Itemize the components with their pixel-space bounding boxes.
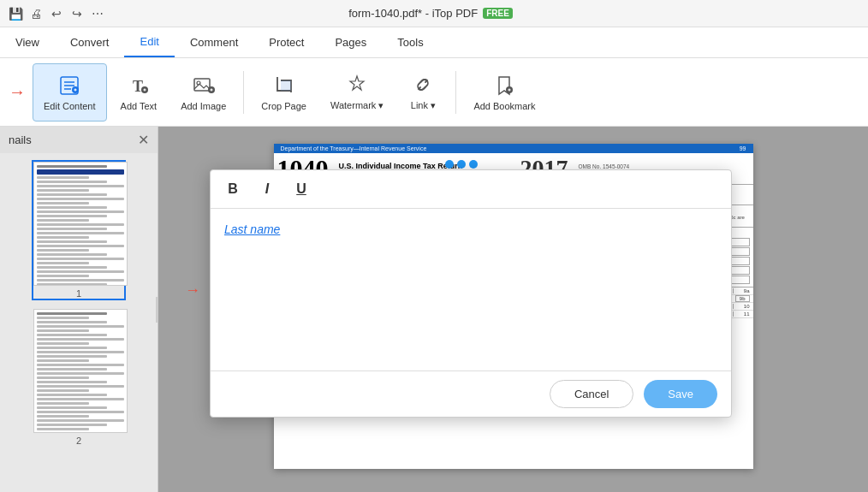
page-1-number: 1 [33,288,124,299]
link-button[interactable]: Link ▾ [397,63,449,122]
toolbar: → Edit Content T Add Text [0,58,868,127]
toolbar-arrow-indicator: → [9,82,26,102]
free-badge: FREE [483,8,513,19]
italic-button[interactable]: I [255,177,279,201]
menu-view[interactable]: View [0,27,55,57]
sidebar-close-button[interactable]: ✕ [138,132,149,148]
bookmark-icon [492,74,516,98]
handle-3[interactable] [469,160,478,169]
crop-icon [272,74,296,98]
add-image-label: Add Image [181,101,226,111]
add-bookmark-button[interactable]: Add Bookmark [463,63,545,122]
more-icon[interactable]: ⋯ [91,7,104,21]
link-label: Link ▾ [411,100,436,111]
text-editor-dialog: B I U → Last name Cancel Save [210,169,732,418]
save-button[interactable]: Save [644,380,717,408]
cancel-button[interactable]: Cancel [550,380,633,408]
underline-button[interactable]: U [289,177,313,201]
dialog-footer: Cancel Save [211,370,731,417]
add-text-button[interactable]: T Add Text [110,63,168,122]
print-icon[interactable]: 🖨 [29,7,43,21]
sidebar: nails ✕ [0,127,158,492]
svg-text:T: T [133,78,143,95]
sidebar-header: nails ✕ [0,127,158,153]
handle-2[interactable] [457,160,466,169]
pdf-view-area[interactable]: Department of the Treasury—Internal Reve… [158,127,868,492]
dialog-format-toolbar: B I U [211,170,731,209]
menu-bar: View Convert Edit Comment Protect Pages … [0,27,868,58]
crop-page-button[interactable]: Crop Page [251,63,317,122]
add-image-button[interactable]: Add Image [170,63,236,122]
handle-1[interactable] [445,160,454,169]
svg-marker-17 [350,76,364,90]
bold-button[interactable]: B [221,177,245,201]
svg-rect-11 [194,79,210,91]
menu-tools[interactable]: Tools [382,27,438,57]
add-text-label: Add Text [121,101,158,111]
dialog-red-arrow: → [185,281,200,299]
save-icon[interactable]: 💾 [9,7,22,21]
menu-comment[interactable]: Comment [175,27,253,57]
menu-convert[interactable]: Convert [55,27,125,57]
edit-content-label: Edit Content [44,101,96,111]
file-name: form-1040.pdf* - iTop PDF [348,7,478,20]
title-bar: 💾 🖨 ↩ ↪ ⋯ form-1040.pdf* - iTop PDF FREE [0,0,868,27]
menu-protect[interactable]: Protect [253,27,319,57]
pdf-omb: OMB No. 1545-0074 [579,163,750,169]
edit-content-icon [57,74,81,98]
pdf-top-banner: Department of the Treasury—Internal Reve… [274,144,753,153]
menu-pages[interactable]: Pages [319,27,382,57]
menu-edit[interactable]: Edit [124,27,174,57]
undo-icon[interactable]: ↩ [50,7,63,21]
pdf-year-badge: 99 [740,145,746,151]
watermark-button[interactable]: Watermark ▾ [320,63,394,122]
add-text-icon: T [127,74,151,98]
pdf-treasury-label: Department of the Treasury—Internal Reve… [281,145,427,151]
watermark-icon [345,73,369,97]
toolbar-sep-2 [455,71,456,114]
redo-icon[interactable]: ↪ [70,7,84,21]
link-icon [411,73,435,97]
add-bookmark-label: Add Bookmark [473,101,535,111]
add-image-icon [192,74,216,98]
crop-page-label: Crop Page [261,101,306,111]
dialog-content-area[interactable]: → Last name [211,209,731,370]
title-bar-title: form-1040.pdf* - iTop PDF FREE [348,7,513,20]
page-thumb-2[interactable]: 2 [32,307,126,448]
page-thumb-1[interactable]: 1 [32,160,126,300]
watermark-label: Watermark ▾ [330,100,383,111]
page-2-number: 2 [33,436,124,446]
title-bar-controls: 💾 🖨 ↩ ↪ ⋯ [9,7,104,21]
main-area: nails ✕ [0,127,868,492]
edit-content-button[interactable]: Edit Content [33,63,107,122]
selection-handles [445,160,478,169]
dialog-text-content[interactable]: Last name [224,222,717,236]
svg-rect-16 [281,80,291,91]
sidebar-title: nails [9,133,32,146]
page-1-preview [33,162,128,286]
page-2-preview [33,309,128,433]
toolbar-sep-1 [243,71,244,114]
